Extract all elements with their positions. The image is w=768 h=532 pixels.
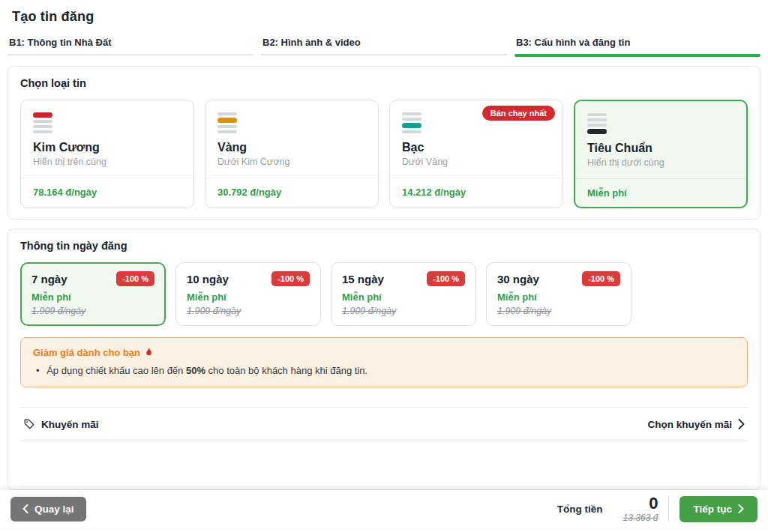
duration-panel: Thông tin ngày đăng 7 ngày -100 % Miễn p… [8, 229, 760, 490]
duration-old-price: 1.909 đ/ngày [187, 306, 310, 316]
discount-badge: -100 % [116, 271, 154, 286]
promo-label-group: Khuyến mãi [23, 418, 99, 430]
type-price: 30.792 đ/ngày [206, 178, 378, 206]
type-name: Kim Cương [33, 141, 182, 154]
duration-option-15-days[interactable]: 15 ngày -100 % Miễn phí 1.909 đ/ngày [331, 262, 476, 326]
duration-label: 30 ngày [497, 273, 539, 285]
promo-row: Khuyến mãi Chọn khuyến mãi [20, 407, 748, 441]
duration-heading: Thông tin ngày đăng [20, 240, 748, 252]
rank-top-icon [33, 112, 52, 133]
type-name: Vàng [218, 141, 366, 154]
type-subtitle: Hiển thị dưới cùng [587, 157, 734, 168]
best-seller-badge: Bán chạy nhất [482, 106, 555, 121]
discount-badge: -100 % [272, 271, 310, 286]
tab-underline [8, 54, 254, 55]
chevron-right-icon [738, 504, 744, 513]
type-card-vang[interactable]: Vàng Dưới Kim Cương 30.792 đ/ngày [205, 100, 379, 208]
type-price: Miễn phí [575, 178, 746, 207]
listing-type-grid: Kim Cương Hiển thị trên cùng 78.164 đ/ng… [20, 100, 748, 208]
rank-second-icon [218, 112, 237, 133]
duration-price: Miễn phí [497, 291, 620, 303]
promo-label: Khuyến mãi [41, 419, 99, 430]
duration-label: 15 ngày [342, 273, 384, 285]
total-values: 0 13.363 đ [613, 495, 658, 522]
vertical-divider [668, 496, 669, 522]
duration-price: Miễn phí [32, 291, 154, 303]
discount-notice: Giảm giá dành cho bạn • Áp dụng chiết kh… [20, 337, 748, 387]
rank-bottom-icon [587, 113, 607, 134]
back-button[interactable]: Quay lại [10, 497, 86, 522]
duration-price: Miễn phí [187, 291, 310, 303]
type-card-body: Kim Cương Hiển thị trên cùng [21, 100, 194, 178]
page-title: Tạo tin đăng [0, 0, 768, 29]
type-card-body: Vàng Dưới Kim Cương [206, 100, 378, 178]
duration-old-price: 1.909 đ/ngày [342, 306, 465, 316]
total-old-value: 13.363 đ [613, 513, 658, 523]
tab-b3-config-publish[interactable]: B3: Cấu hình và đăng tin [514, 34, 760, 57]
type-card-body: Tiêu Chuẩn Hiển thị dưới cùng [575, 101, 746, 178]
discount-badge: -100 % [582, 271, 620, 286]
discount-notice-title: Giảm giá dành cho bạn [33, 347, 735, 358]
tab-b2-images-video[interactable]: B2: Hình ảnh & video [261, 34, 507, 57]
discount-notice-text: • Áp dụng chiết khấu cao lên đến 50% cho… [33, 365, 735, 376]
type-name: Tiêu Chuẩn [587, 142, 734, 155]
duration-option-10-days[interactable]: 10 ngày -100 % Miễn phí 1.909 đ/ngày [176, 262, 321, 326]
flame-icon [144, 347, 154, 358]
discount-badge: -100 % [427, 271, 465, 286]
panel-bottom-space [20, 441, 748, 479]
tag-icon [23, 418, 35, 430]
listing-type-panel: Chọn loại tin Kim Cương Hiển thị trên cù… [8, 66, 760, 220]
duration-label: 7 ngày [32, 273, 68, 285]
duration-price: Miễn phí [342, 291, 465, 303]
total-value: 0 [613, 495, 658, 512]
type-card-bac[interactable]: Bán chạy nhất Bạc Dưới Vàng 14.212 đ/ngà… [389, 100, 563, 208]
duration-label: 10 ngày [187, 273, 229, 285]
total-label: Tổng tiền [557, 504, 603, 515]
duration-old-price: 1.909 đ/ngày [497, 306, 620, 316]
duration-options: 7 ngày -100 % Miễn phí 1.909 đ/ngày 10 n… [20, 262, 748, 326]
footer-total-group: Tổng tiền 0 13.363 đ Tiếp tục [557, 495, 758, 522]
tab-label: B2: Hình ảnh & video [261, 34, 507, 54]
tab-underline [261, 54, 507, 55]
duration-option-7-days[interactable]: 7 ngày -100 % Miễn phí 1.909 đ/ngày [20, 262, 166, 326]
duration-old-price: 1.909 đ/ngày [32, 306, 154, 316]
type-card-tieu-chuan[interactable]: Tiêu Chuẩn Hiển thị dưới cùng Miễn phí [574, 100, 748, 208]
chevron-right-icon [738, 419, 745, 429]
type-price: 14.212 đ/ngày [390, 178, 562, 206]
chevron-left-icon [22, 504, 28, 513]
tab-label: B3: Cấu hình và đăng tin [514, 34, 760, 54]
type-price: 78.164 đ/ngày [21, 178, 194, 206]
choose-promo-button[interactable]: Chọn khuyến mãi [647, 419, 745, 430]
listing-type-heading: Chọn loại tin [20, 77, 748, 89]
type-name: Bạc [402, 141, 550, 154]
type-subtitle: Dưới Vàng [402, 157, 550, 167]
tab-underline-active [514, 54, 760, 57]
tab-label: B1: Thông tin Nhà Đất [8, 34, 254, 54]
duration-option-30-days[interactable]: 30 ngày -100 % Miễn phí 1.909 đ/ngày [486, 262, 632, 326]
step-tabs: B1: Thông tin Nhà Đất B2: Hình ảnh & vid… [0, 29, 768, 57]
type-subtitle: Hiển thị trên cùng [33, 157, 182, 167]
rank-third-icon [402, 112, 422, 133]
type-subtitle: Dưới Kim Cương [218, 157, 366, 167]
tab-b1-property-info[interactable]: B1: Thông tin Nhà Đất [8, 34, 254, 57]
type-card-kim-cuong[interactable]: Kim Cương Hiển thị trên cùng 78.164 đ/ng… [20, 100, 194, 208]
footer-bar: Quay lại Tổng tiền 0 13.363 đ Tiếp tục [0, 490, 768, 528]
continue-button[interactable]: Tiếp tục [680, 496, 758, 522]
